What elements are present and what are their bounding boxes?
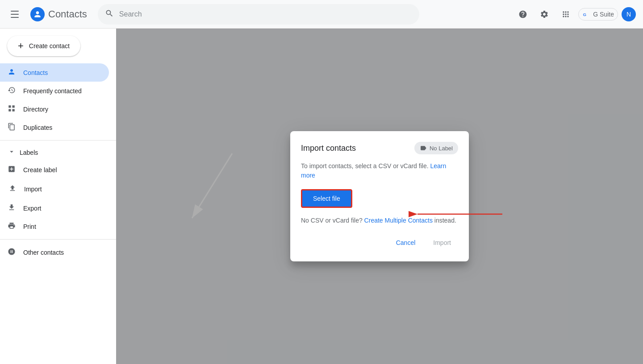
create-contact-label: Create contact (29, 42, 70, 50)
search-icon (105, 9, 114, 20)
create-multiple-contacts-link[interactable]: Create Multiple Contacts (364, 217, 433, 224)
sidebar-divider-2 (0, 239, 116, 240)
contacts-nav-label: Contacts (23, 69, 48, 76)
app-logo: Contacts (30, 7, 87, 21)
import-button[interactable]: Import (426, 235, 458, 251)
no-csv-prefix: No CSV or vCard file? (301, 217, 363, 224)
main-layout: + Create contact Contacts Frequently con… (0, 29, 643, 364)
search-bar (98, 4, 419, 25)
topbar-right: G G Suite N (514, 5, 636, 23)
sidebar-item-export[interactable]: Export (0, 199, 109, 217)
sidebar: + Create contact Contacts Frequently con… (0, 29, 116, 364)
app-name-label: Contacts (48, 8, 87, 20)
content-area: Create contact Import contacts Import co… (116, 29, 643, 364)
sidebar-item-other-contacts[interactable]: Other contacts (0, 243, 109, 261)
contacts-logo-icon (30, 7, 45, 21)
no-csv-suffix: instead. (434, 217, 456, 224)
user-avatar[interactable]: N (622, 7, 636, 21)
add-label-icon (7, 165, 16, 174)
import-label: Import (24, 186, 42, 193)
other-contacts-label: Other contacts (23, 249, 64, 256)
cancel-button[interactable]: Cancel (389, 235, 423, 251)
sidebar-item-contacts[interactable]: Contacts (0, 63, 109, 82)
modal-desc-text: To import contacts, select a CSV or vCar… (301, 162, 429, 170)
help-button[interactable] (514, 5, 532, 23)
sidebar-item-create-label[interactable]: Create label (0, 161, 109, 179)
sidebar-item-print[interactable]: Print (0, 217, 109, 236)
modal-title: Import contacts (301, 144, 356, 153)
gsuite-badge[interactable]: G G Suite (578, 8, 618, 21)
search-input[interactable] (119, 10, 412, 18)
person-logo-svg (33, 10, 42, 19)
import-contacts-modal: Import contacts No Label To import conta… (290, 131, 469, 261)
create-label-label: Create label (23, 166, 57, 174)
labels-section-label: Labels (20, 149, 38, 156)
modal-actions: Cancel Import (301, 235, 458, 251)
gsuite-icon: G (582, 10, 590, 18)
label-icon (420, 145, 427, 152)
sidebar-divider-1 (0, 140, 116, 141)
print-icon (7, 222, 16, 231)
settings-button[interactable] (535, 5, 553, 23)
topbar: Contacts G G Suite N (0, 0, 643, 29)
hamburger-menu-button[interactable] (7, 5, 25, 23)
other-contacts-icon (7, 248, 16, 257)
collapse-icon (7, 148, 16, 157)
person-icon (7, 68, 16, 77)
create-contact-button[interactable]: + Create contact (7, 36, 80, 56)
grid-icon (7, 104, 16, 114)
frequently-contacted-label: Frequently contacted (23, 87, 82, 95)
no-label-button[interactable]: No Label (414, 142, 458, 154)
download-icon (7, 203, 16, 213)
plus-icon: + (18, 40, 24, 52)
gsuite-label: G Suite (593, 11, 614, 18)
sidebar-item-duplicates[interactable]: Duplicates (0, 118, 109, 136)
duplicate-icon (7, 123, 16, 132)
sidebar-item-import[interactable]: Import (0, 179, 109, 199)
print-label: Print (23, 223, 36, 230)
sidebar-item-directory[interactable]: Directory (0, 100, 109, 118)
svg-text:G: G (583, 12, 587, 17)
topbar-left: Contacts (7, 5, 87, 23)
history-icon (7, 86, 16, 95)
no-label-text: No Label (430, 145, 453, 152)
modal-overlay: Import contacts No Label To import conta… (116, 29, 643, 364)
modal-description: To import contacts, select a CSV or vCar… (301, 161, 458, 180)
export-label: Export (23, 205, 41, 212)
labels-section-header[interactable]: Labels (0, 144, 116, 161)
no-csv-text: No CSV or vCard file? Create Multiple Co… (301, 217, 458, 224)
apps-button[interactable] (557, 5, 575, 23)
upload-icon (8, 184, 17, 194)
hamburger-icon (11, 9, 21, 20)
select-file-button[interactable]: Select file (301, 189, 352, 208)
sidebar-item-frequently-contacted[interactable]: Frequently contacted (0, 82, 109, 100)
directory-label: Directory (23, 106, 48, 113)
modal-header: Import contacts No Label (301, 142, 458, 154)
duplicates-label: Duplicates (23, 124, 52, 131)
